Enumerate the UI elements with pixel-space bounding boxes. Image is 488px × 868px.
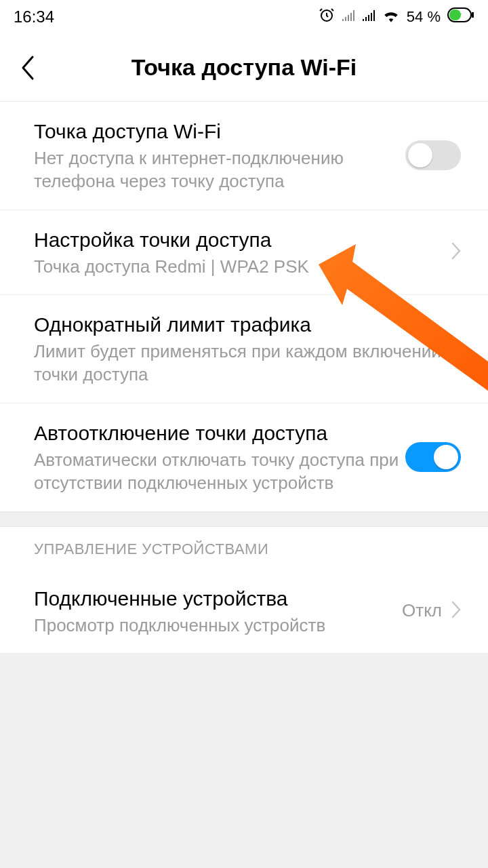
alarm-icon <box>319 7 335 27</box>
status-right: 54 % <box>319 7 474 27</box>
hotspot-title: Точка доступа Wi-Fi <box>34 118 405 144</box>
wifi-icon <box>382 7 400 26</box>
limit-subtitle: Лимит будет применяться при каждом включ… <box>34 340 451 387</box>
row-text: Автоотключение точки доступа Автоматичес… <box>34 420 405 495</box>
battery-charging-icon <box>447 7 474 26</box>
status-bar: 16:34 54 % <box>0 0 488 34</box>
connected-devices-row[interactable]: Подключенные устройства Просмотр подключ… <box>0 569 488 654</box>
auto-off-row[interactable]: Автоотключение точки доступа Автоматичес… <box>0 403 488 512</box>
chevron-right-icon <box>451 601 461 621</box>
devices-section: УПРАВЛЕНИЕ УСТРОЙСТВАМИ Подключенные уст… <box>0 527 488 654</box>
limit-title: Однократный лимит трафика <box>34 311 451 338</box>
row-text: Настройка точки доступа Точка доступа Re… <box>34 226 451 279</box>
auto-off-title: Автоотключение точки доступа <box>34 420 405 446</box>
settings-list: Точка доступа Wi-Fi Нет доступа к интерн… <box>0 102 488 512</box>
section-gap <box>0 512 488 527</box>
setup-title: Настройка точки доступа <box>34 226 451 253</box>
row-text: Точка доступа Wi-Fi Нет доступа к интерн… <box>34 118 405 193</box>
page-title: Точка доступа Wi-Fi <box>41 54 447 81</box>
devices-title: Подключенные устройства <box>34 585 402 612</box>
setup-subtitle: Точка доступа Redmi | WPA2 PSK <box>34 256 451 279</box>
auto-off-subtitle: Автоматически отключать точку доступа пр… <box>34 449 405 495</box>
devices-value: Откл <box>402 600 442 621</box>
battery-percent: 54 % <box>407 8 441 26</box>
auto-off-toggle[interactable] <box>405 442 461 472</box>
chevron-left-icon <box>19 55 35 81</box>
chevron-right-icon <box>451 242 461 262</box>
signal-2-icon <box>362 7 375 26</box>
hotspot-row[interactable]: Точка доступа Wi-Fi Нет доступа к интерн… <box>0 102 488 210</box>
traffic-limit-row[interactable]: Однократный лимит трафика Лимит будет пр… <box>0 295 488 403</box>
row-text: Подключенные устройства Просмотр подключ… <box>34 585 402 637</box>
hotspot-toggle[interactable] <box>405 140 461 170</box>
back-button[interactable] <box>14 51 41 85</box>
row-text: Однократный лимит трафика Лимит будет пр… <box>34 311 451 387</box>
devices-subtitle: Просмотр подключенных устройств <box>34 614 402 637</box>
page-header: Точка доступа Wi-Fi <box>0 34 488 102</box>
section-header-devices: УПРАВЛЕНИЕ УСТРОЙСТВАМИ <box>0 527 488 569</box>
chevron-right-icon <box>451 339 461 359</box>
hotspot-subtitle: Нет доступа к интернет-подключению телеф… <box>34 147 405 193</box>
status-time: 16:34 <box>14 7 54 26</box>
signal-1-icon <box>342 7 355 26</box>
setup-hotspot-row[interactable]: Настройка точки доступа Точка доступа Re… <box>0 210 488 296</box>
